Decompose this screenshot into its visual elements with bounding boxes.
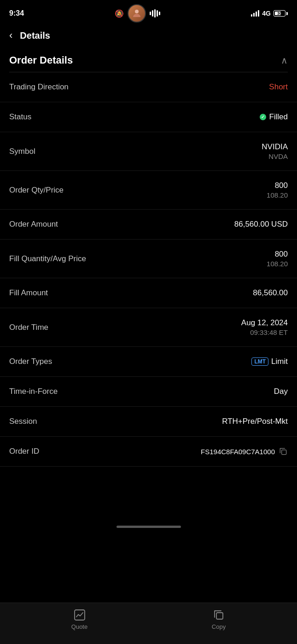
lmt-badge: LMT xyxy=(251,357,268,366)
chart-icon xyxy=(73,609,86,621)
row-label-fill-qty-price: Fill Quantity/Avg Price xyxy=(9,254,86,263)
row-value-fill-qty-price: 800 108.20 xyxy=(267,250,288,268)
table-row: Order Amount 86,560.00 USD xyxy=(0,210,297,240)
row-label-order-types: Order Types xyxy=(9,357,52,366)
collapse-icon[interactable]: ∧ xyxy=(281,55,288,66)
row-label-order-qty-price: Order Qty/Price xyxy=(9,186,64,195)
row-value-time-in-force: Day xyxy=(274,387,288,396)
row-label-order-id: Order ID xyxy=(9,447,39,456)
row-value-order-time: Aug 12, 2024 09:33:48 ET xyxy=(241,318,288,336)
copy-nav-icon xyxy=(212,609,225,621)
row-value-order-amount: 86,560.00 USD xyxy=(234,220,288,229)
back-button[interactable]: ‹ xyxy=(9,29,12,41)
table-row: Order Qty/Price 800 108.20 xyxy=(0,171,297,210)
row-label-order-amount: Order Amount xyxy=(9,220,58,229)
table-row: Symbol NVIDIA NVDA xyxy=(0,132,297,171)
notification-icon: 🔕 xyxy=(115,9,124,18)
page-title: Details xyxy=(20,30,50,41)
status-bar-right: 4G 30 xyxy=(251,10,288,17)
bottom-nav-copy[interactable]: Copy xyxy=(212,609,226,630)
status-bar: 9:34 🔕 4G xyxy=(0,0,297,25)
battery-icon: 30 xyxy=(274,10,288,17)
avatar xyxy=(128,4,146,23)
nav-bar: ‹ Details xyxy=(0,25,297,49)
table-row: Fill Quantity/Avg Price 800 108.20 xyxy=(0,240,297,278)
row-value-trading-direction: Short xyxy=(269,82,288,92)
row-value-session: RTH+Pre/Post-Mkt xyxy=(222,417,288,426)
svg-rect-3 xyxy=(216,613,223,619)
row-value-order-types: LMT Limit xyxy=(251,357,288,366)
section-title: Order Details xyxy=(9,54,73,66)
row-value-order-qty-price: 800 108.20 xyxy=(267,181,288,199)
status-dot-icon xyxy=(260,114,266,120)
sound-waves-icon xyxy=(150,9,160,18)
signal-icon xyxy=(251,10,259,17)
row-value-status: Filled xyxy=(260,112,288,122)
row-label-symbol: Symbol xyxy=(9,147,35,156)
svg-rect-1 xyxy=(282,450,286,455)
copy-label: Copy xyxy=(212,623,226,630)
bottom-nav-quote[interactable]: Quote xyxy=(71,609,87,630)
row-value-fill-amount: 86,560.00 xyxy=(253,288,288,298)
table-row: Session RTH+Pre/Post-Mkt xyxy=(0,407,297,437)
row-label-time-in-force: Time-in-Force xyxy=(9,387,58,396)
status-bar-center: 🔕 xyxy=(115,4,160,23)
table-row: Trading Direction Short xyxy=(0,72,297,102)
table-row: Order ID FS194C8FA09C7A1000 xyxy=(0,437,297,467)
row-value-symbol: NVIDIA NVDA xyxy=(262,142,288,160)
row-label-trading-direction: Trading Direction xyxy=(9,82,69,92)
copy-icon[interactable] xyxy=(279,447,288,456)
quote-label: Quote xyxy=(71,623,87,630)
row-label-fill-amount: Fill Amount xyxy=(9,288,48,298)
row-value-order-id: FS194C8FA09C7A1000 xyxy=(201,447,288,456)
svg-point-0 xyxy=(135,10,139,13)
row-label-session: Session xyxy=(9,417,37,426)
bottom-nav: Quote Copy xyxy=(0,603,297,644)
content-area: Order Details ∧ Trading Direction Short … xyxy=(0,49,297,522)
row-label-status: Status xyxy=(9,112,31,122)
table-row: Order Time Aug 12, 2024 09:33:48 ET xyxy=(0,308,297,347)
home-indicator xyxy=(116,526,181,528)
row-label-order-time: Order Time xyxy=(9,323,48,332)
table-row: Status Filled xyxy=(0,102,297,132)
time: 9:34 xyxy=(9,9,24,18)
section-header: Order Details ∧ xyxy=(0,49,297,72)
svg-rect-2 xyxy=(75,610,85,620)
network-type: 4G xyxy=(262,10,271,17)
table-row: Order Types LMT Limit xyxy=(0,347,297,377)
table-row: Fill Amount 86,560.00 xyxy=(0,278,297,308)
table-row: Time-in-Force Day xyxy=(0,377,297,407)
